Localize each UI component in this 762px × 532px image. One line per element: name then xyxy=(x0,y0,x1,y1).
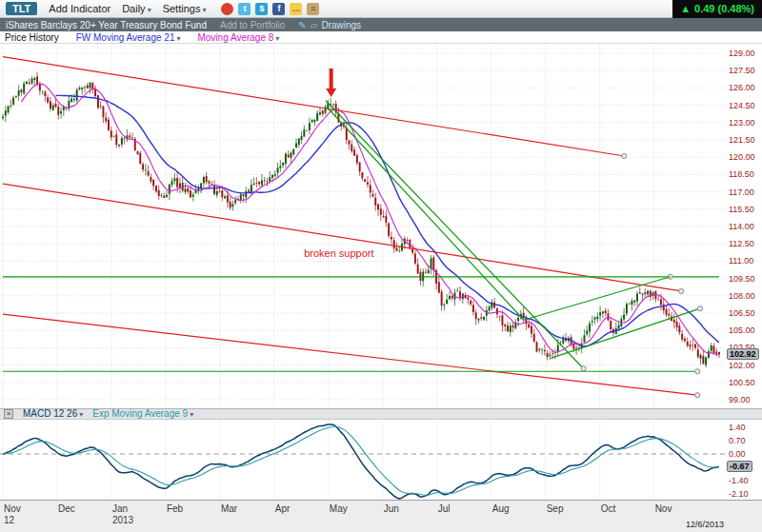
price-axis-tick: 109.50 xyxy=(729,274,755,284)
chevron-down-icon: ▾ xyxy=(190,410,193,419)
fund-name: iShares Barclays 20+ Year Treasury Bond … xyxy=(6,20,207,30)
settings-dropdown[interactable]: Settings▾ xyxy=(163,3,207,14)
price-axis-tick: 127.50 xyxy=(729,66,755,75)
price-axis-tick: 129.00 xyxy=(729,49,755,58)
time-axis-month: Dec xyxy=(58,503,75,514)
time-axis-month: Apr xyxy=(275,503,291,514)
add-to-portfolio-button[interactable]: Add to Portfolio xyxy=(220,20,285,30)
price-axis-tick: 99.00 xyxy=(729,395,751,404)
time-axis-month: Feb xyxy=(167,503,183,514)
chevron-down-icon: ▾ xyxy=(202,6,206,14)
macd-last-badge: -0.67 xyxy=(727,461,752,472)
time-axis-month: Jul xyxy=(438,503,451,514)
time-axis: 12/6/2013 NovDecJanFebMarAprMayJunJulAug… xyxy=(0,500,762,532)
price-axis-tick: 118.50 xyxy=(729,169,754,179)
quote-change-badge: ▲ 0.49 (0.48%) xyxy=(672,0,762,18)
time-axis-month: Jan xyxy=(112,503,128,514)
chevron-down-icon: ▾ xyxy=(176,34,180,43)
timeframe-dropdown[interactable]: Daily▾ xyxy=(122,3,150,14)
price-axis-tick: 126.00 xyxy=(729,83,755,92)
price-axis-tick: 112.50 xyxy=(729,239,754,248)
symbol-tab[interactable]: TLT xyxy=(6,2,37,15)
chevron-down-icon: ▾ xyxy=(275,34,279,43)
last-price-badge: 102.92 xyxy=(727,348,759,360)
price-axis-tick: 100.50 xyxy=(729,378,755,387)
price-axis-tick: 123.00 xyxy=(729,118,755,128)
ma8-label: Moving Average 8 xyxy=(197,32,273,43)
price-axis-tick: 115.50 xyxy=(729,205,754,214)
chevron-down-icon: ▾ xyxy=(79,410,83,419)
gift-icon[interactable]: ≡ xyxy=(307,3,319,15)
macd-label: MACD 12 26 xyxy=(23,408,77,419)
time-axis-year: 2013 xyxy=(112,515,133,525)
macd-axis-tick: 0.00 xyxy=(729,449,746,459)
price-axis-tick: 114.00 xyxy=(729,222,754,231)
price-axis-tick: 111.00 xyxy=(729,256,753,266)
price-axis: 129.00127.50126.00124.50123.00121.50120.… xyxy=(726,44,762,408)
price-chart-canvas[interactable]: broken support xyxy=(0,44,726,408)
ma21-dropdown[interactable]: FW Moving Average 21▾ xyxy=(76,32,181,43)
close-indicator-button[interactable]: × xyxy=(4,409,13,419)
price-legend-row: Price History FW Moving Average 21▾ Movi… xyxy=(0,31,762,44)
charting-app: TLT Add Indicator Daily▾ Settings▾ t $ f… xyxy=(0,0,762,532)
time-axis-month: Nov xyxy=(4,503,21,514)
time-axis-month: Aug xyxy=(492,503,510,514)
price-axis-tick: 106.50 xyxy=(729,308,755,318)
shape-icon: ▱ xyxy=(311,20,318,30)
drawings-menu[interactable]: ✎ ▱ Drawings xyxy=(298,20,361,30)
price-axis-tick: 117.00 xyxy=(729,187,754,197)
price-axis-tick: 120.00 xyxy=(729,152,755,162)
macd-chart-canvas[interactable] xyxy=(0,420,726,500)
price-axis-tick: 121.50 xyxy=(729,135,755,145)
chevron-down-icon: ▾ xyxy=(148,6,151,14)
macd-axis-tick: -2.10 xyxy=(729,489,749,499)
time-axis-month: May xyxy=(330,503,348,514)
time-axis-month: Mar xyxy=(221,503,237,514)
title-bar: iShares Barclays 20+ Year Treasury Bond … xyxy=(0,18,762,31)
quote-change-text: 0.49 (0.48%) xyxy=(694,3,754,14)
macd-axis-tick: 0.70 xyxy=(729,436,746,445)
broken-support-annotation[interactable]: broken support xyxy=(304,247,373,259)
time-axis-year: 12 xyxy=(4,515,14,525)
price-axis-tick: 124.50 xyxy=(729,101,755,110)
macd-axis-tick: -1.40 xyxy=(729,476,749,485)
price-axis-tick: 108.00 xyxy=(729,291,755,301)
toolbar-icons: t $ f … ≡ xyxy=(221,3,319,15)
price-axis-tick: 102.00 xyxy=(729,361,755,370)
facebook-icon[interactable]: f xyxy=(272,3,285,15)
stocktwits-icon[interactable]: $ xyxy=(255,3,268,15)
macd-legend-row: × MACD 12 26▾ Exp Moving Average 9▾ xyxy=(0,408,762,420)
time-axis-month: Sep xyxy=(547,503,564,514)
twitter-icon[interactable]: t xyxy=(238,3,251,15)
time-axis-month: Oct xyxy=(601,503,616,514)
price-axis-tick: 105.00 xyxy=(729,325,755,335)
macd-axis: 1.400.700.00-1.40-2.10-0.67 xyxy=(726,420,762,500)
date-stamp: 12/6/2013 xyxy=(686,520,724,529)
ma21-label: FW Moving Average 21 xyxy=(76,32,175,43)
chat-icon[interactable]: … xyxy=(290,3,302,15)
add-indicator-button[interactable]: Add Indicator xyxy=(49,3,110,14)
price-chart-panel[interactable]: broken support 129.00127.50126.00124.501… xyxy=(0,44,762,408)
up-arrow-icon: ▲ xyxy=(680,3,691,14)
time-axis-month: Jun xyxy=(384,503,399,514)
macd-chart-panel[interactable]: 1.400.700.00-1.40-2.10-0.67 xyxy=(0,420,762,500)
time-axis-month: Nov xyxy=(655,503,672,514)
macd-axis-tick: 1.40 xyxy=(729,423,746,432)
settings-label: Settings xyxy=(163,3,201,14)
price-history-label[interactable]: Price History xyxy=(5,32,59,43)
record-icon[interactable] xyxy=(221,3,233,15)
timeframe-label: Daily xyxy=(122,3,145,14)
drawings-label: Drawings xyxy=(321,20,361,30)
down-arrow-annotation[interactable] xyxy=(326,69,336,97)
macd-signal-dropdown[interactable]: Exp Moving Average 9▾ xyxy=(92,409,193,420)
macd-dropdown[interactable]: MACD 12 26▾ xyxy=(23,409,83,420)
ma8-dropdown[interactable]: Moving Average 8▾ xyxy=(197,32,279,43)
macd-signal-label: Exp Moving Average 9 xyxy=(92,408,188,419)
pencil-icon: ✎ xyxy=(298,20,306,30)
top-toolbar: TLT Add Indicator Daily▾ Settings▾ t $ f… xyxy=(0,0,762,18)
